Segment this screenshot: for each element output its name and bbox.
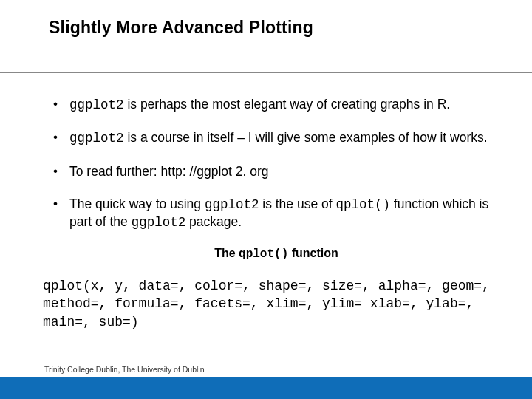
footer-bar xyxy=(0,377,532,399)
text-span: package. xyxy=(185,214,242,229)
code-block: qplot(x, y, data=, color=, shape=, size=… xyxy=(43,277,495,331)
bullet-item: The quick way to using ggplot2 is the us… xyxy=(50,196,502,231)
slide: Slightly More Advanced Plotting ggplot2 … xyxy=(0,0,532,399)
code-span: ggplot2 xyxy=(69,98,124,112)
text-span: is the use of xyxy=(259,197,335,211)
page-title: Slightly More Advanced Plotting xyxy=(49,18,313,38)
text-span: is a course in itself – I will give some… xyxy=(124,130,488,145)
bullet-item: To read further: http: //ggplot 2. org xyxy=(50,163,502,180)
text-span: The quick way to using xyxy=(69,197,205,211)
code-span: qplot() xyxy=(239,248,288,261)
text-span: To read further: xyxy=(69,164,161,179)
text-span: is perhaps the most elegant way of creat… xyxy=(124,97,451,112)
code-span: ggplot2 xyxy=(205,197,259,212)
bullet-item: ggplot2 is a course in itself – I will g… xyxy=(50,129,502,146)
bullet-list: ggplot2 is perhaps the most elegant way … xyxy=(50,96,502,231)
divider xyxy=(0,72,532,73)
bullet-item: ggplot2 is perhaps the most elegant way … xyxy=(50,96,502,113)
code-span: ggplot2 xyxy=(132,215,186,230)
subheading: The qplot() function xyxy=(50,247,502,261)
code-span: qplot() xyxy=(335,197,390,212)
footer-text: Trinity College Dublin, The University o… xyxy=(44,365,205,374)
text-span: The xyxy=(214,247,239,259)
text-span: function xyxy=(288,247,338,259)
link-text: http: //ggplot 2. org xyxy=(161,164,269,179)
content-area: ggplot2 is perhaps the most elegant way … xyxy=(50,96,502,331)
code-span: ggplot2 xyxy=(69,131,124,146)
